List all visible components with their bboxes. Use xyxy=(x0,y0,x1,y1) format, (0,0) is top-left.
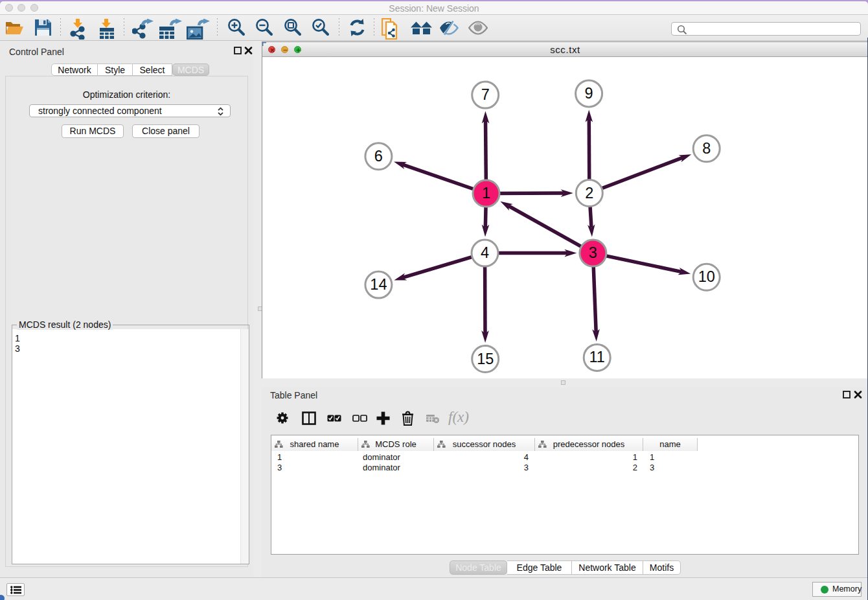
svg-text:4: 4 xyxy=(481,244,489,261)
svg-text:11: 11 xyxy=(589,349,604,365)
svg-text:14: 14 xyxy=(370,276,387,293)
svg-text:9: 9 xyxy=(585,85,593,102)
svg-text:2: 2 xyxy=(585,185,593,202)
svg-text:7: 7 xyxy=(481,86,490,103)
svg-text:15: 15 xyxy=(477,351,494,367)
svg-text:6: 6 xyxy=(374,148,383,165)
svg-text:10: 10 xyxy=(698,268,715,285)
svg-text:8: 8 xyxy=(702,140,711,157)
svg-text:1: 1 xyxy=(482,185,490,202)
svg-text:3: 3 xyxy=(589,244,597,261)
